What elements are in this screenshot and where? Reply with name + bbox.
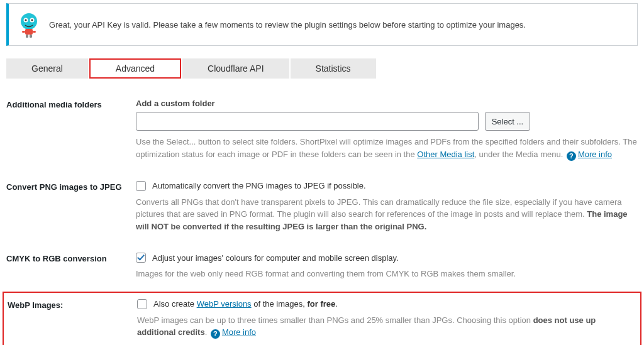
- tab-general[interactable]: General: [6, 58, 88, 79]
- desc-png-jpeg: Converts all PNGs that don't have transp…: [136, 196, 638, 233]
- label-media-folders: Additional media folders: [6, 99, 136, 161]
- link-more-info-webp[interactable]: More info: [222, 327, 256, 337]
- row-media-folders: Additional media folders Add a custom fo…: [6, 92, 638, 175]
- link-webp-versions[interactable]: WebP versions: [197, 299, 252, 309]
- tab-statistics[interactable]: Statistics: [291, 58, 376, 79]
- api-key-notice: Great, your API Key is valid. Please tak…: [6, 3, 638, 46]
- desc-cmyk-rgb: Images for the web only need RGB format …: [136, 268, 638, 280]
- desc-webp: WebP images can be up to three times sma…: [137, 314, 636, 339]
- label-cmyk-rgb: CMYK to RGB conversion: [6, 253, 136, 280]
- checkbox-label-webp: Also create WebP versions of the images,…: [153, 299, 338, 309]
- svg-rect-6: [22, 31, 25, 33]
- row-cmyk-rgb: CMYK to RGB conversion Adjust your image…: [6, 246, 638, 292]
- link-more-info-folders[interactable]: More info: [578, 150, 612, 159]
- label-webp: WebP Images:: [8, 299, 137, 339]
- link-other-media[interactable]: Other Media list: [417, 150, 474, 159]
- checkbox-cmyk-rgb[interactable]: [136, 253, 146, 263]
- row-png-jpeg: Convert PNG images to JPEG Automatically…: [6, 175, 638, 247]
- help-icon[interactable]: ?: [567, 151, 576, 161]
- svg-point-4: [31, 19, 33, 21]
- svg-rect-9: [30, 35, 32, 38]
- notice-text: Great, your API Key is valid. Please tak…: [49, 20, 526, 30]
- tab-cloudflare-api[interactable]: Cloudflare API: [182, 58, 289, 79]
- checkbox-label-cmyk-rgb: Adjust your images' colours for computer…: [152, 253, 399, 263]
- desc-media-folders: Use the Select... button to select site …: [136, 136, 638, 161]
- settings-tabs: General Advanced Cloudflare API Statisti…: [6, 58, 644, 79]
- robot-icon: [18, 11, 40, 38]
- checkbox-png-jpeg[interactable]: [136, 181, 146, 191]
- row-webp: WebP Images: Also create WebP versions o…: [3, 292, 641, 346]
- select-folder-button[interactable]: Select ...: [485, 112, 531, 131]
- custom-folder-input[interactable]: [136, 112, 479, 131]
- svg-point-3: [25, 19, 26, 21]
- tab-advanced[interactable]: Advanced: [89, 58, 181, 79]
- checkbox-label-png-jpeg: Automatically convert the PNG images to …: [152, 181, 366, 190]
- svg-rect-8: [26, 35, 28, 38]
- help-icon[interactable]: ?: [211, 329, 220, 339]
- svg-rect-5: [25, 29, 33, 35]
- svg-rect-7: [33, 31, 36, 33]
- label-png-jpeg: Convert PNG images to JPEG: [6, 181, 136, 233]
- checkbox-webp[interactable]: [137, 299, 147, 309]
- field-title-add-folder: Add a custom folder: [136, 99, 638, 108]
